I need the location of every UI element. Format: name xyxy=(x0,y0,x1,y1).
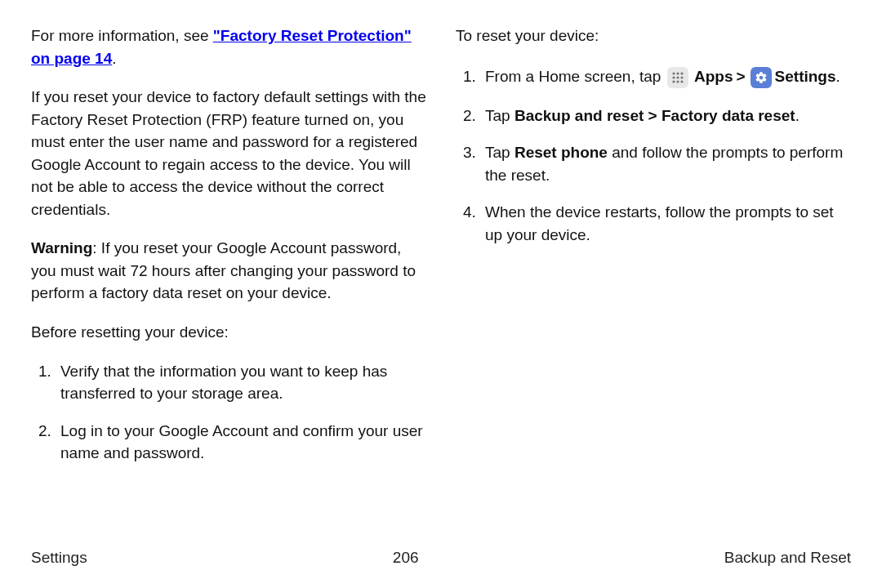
step2-post: . xyxy=(795,107,800,124)
apps-icon xyxy=(667,67,688,88)
step3-bold: Reset phone xyxy=(514,144,608,161)
list-item: From a Home screen, tap Apps>Settings. xyxy=(480,64,851,90)
right-column: To reset your device: From a Home screen… xyxy=(456,24,851,481)
svg-point-6 xyxy=(672,80,675,82)
intro-pre: For more information, see xyxy=(31,27,213,44)
step1-post: . xyxy=(836,68,840,85)
page-footer: Settings 206 Backup and Reset xyxy=(31,549,851,567)
chevron-right-icon: > xyxy=(736,68,745,85)
step2-bold: Backup and reset > Factory data reset xyxy=(514,107,795,124)
frp-paragraph: If you reset your device to factory defa… xyxy=(31,86,426,220)
svg-point-8 xyxy=(680,80,683,82)
settings-label: Settings xyxy=(775,68,836,85)
left-column: For more information, see "Factory Reset… xyxy=(31,24,426,481)
reset-steps-list: From a Home screen, tap Apps>Settings. T… xyxy=(456,64,851,247)
columns: For more information, see "Factory Reset… xyxy=(31,24,851,481)
footer-page-number: 206 xyxy=(393,549,419,567)
step3-pre: Tap xyxy=(485,144,514,161)
svg-point-7 xyxy=(676,80,679,82)
svg-point-2 xyxy=(680,72,683,74)
list-item: Verify that the information you want to … xyxy=(56,360,426,405)
step1-pre: From a Home screen, tap xyxy=(485,68,666,85)
list-item: Tap Backup and reset > Factory data rese… xyxy=(480,105,851,127)
before-steps-list: Verify that the information you want to … xyxy=(31,360,426,465)
reset-heading: To reset your device: xyxy=(456,24,851,47)
intro-post: . xyxy=(112,50,116,67)
footer-right: Backup and Reset xyxy=(724,549,851,567)
svg-point-1 xyxy=(676,72,679,74)
svg-point-0 xyxy=(672,72,675,74)
list-item: Log in to your Google Account and confir… xyxy=(56,420,426,465)
footer-left: Settings xyxy=(31,549,87,567)
warning-paragraph: Warning: If you reset your Google Accoun… xyxy=(31,237,426,305)
settings-icon xyxy=(751,67,772,88)
svg-point-4 xyxy=(676,76,679,78)
warning-label: Warning xyxy=(31,239,92,256)
svg-point-3 xyxy=(672,76,675,78)
list-item: Tap Reset phone and follow the prompts t… xyxy=(480,141,851,186)
manual-page: For more information, see "Factory Reset… xyxy=(0,0,882,588)
apps-label: Apps xyxy=(694,68,733,85)
step2-pre: Tap xyxy=(485,107,514,124)
svg-point-5 xyxy=(680,76,683,78)
list-item: When the device restarts, follow the pro… xyxy=(480,201,851,246)
before-heading: Before resetting your device: xyxy=(31,321,426,344)
intro-paragraph: For more information, see "Factory Reset… xyxy=(31,24,426,69)
